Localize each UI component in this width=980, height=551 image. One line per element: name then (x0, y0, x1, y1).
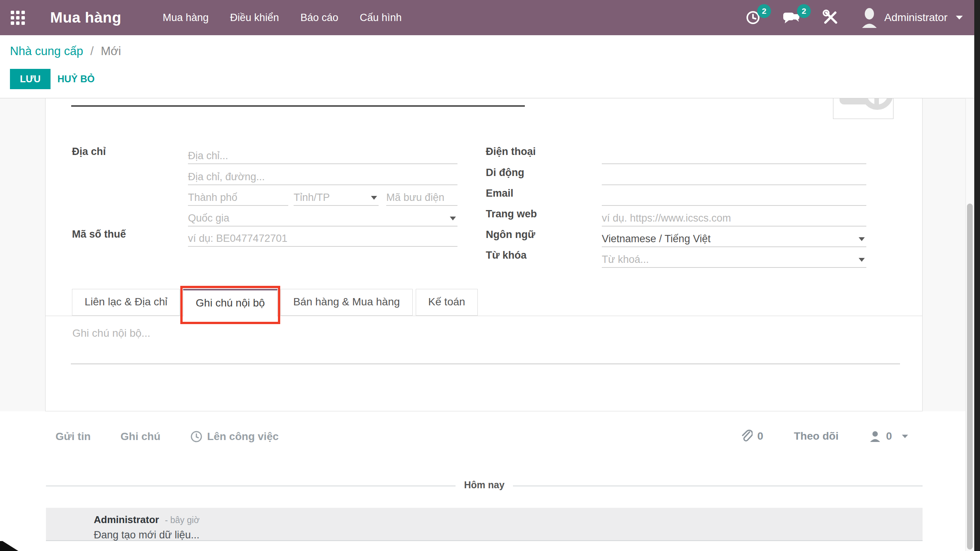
follow-button[interactable]: Theo dõi (794, 430, 839, 442)
partner-name-input[interactable] (71, 105, 525, 107)
messages-button[interactable]: 2 (782, 10, 801, 26)
apps-grid-icon[interactable] (11, 11, 25, 25)
activities-button[interactable]: 2 (745, 10, 761, 26)
phone-input[interactable] (602, 148, 866, 164)
attachments-button[interactable]: 0 (740, 430, 763, 443)
email-label: Email (486, 187, 513, 199)
debug-tools-button[interactable] (822, 10, 839, 26)
breadcrumb-current: Mới (101, 44, 121, 58)
top-navbar: Mua hàng Mua hàng Điều khiển Báo cáo Cấu… (0, 0, 974, 35)
followers-count: 0 (886, 430, 892, 442)
user-menu[interactable]: Administrator (861, 7, 963, 28)
activities-badge: 2 (757, 4, 771, 18)
control-panel: Nhà cung cấp / Mới LƯU HUỶ BỎ (0, 35, 974, 98)
language-select[interactable]: Vietnamese / Tiếng Việt (602, 231, 866, 247)
chatter-right-controls: 0 Theo dõi 0 (740, 430, 908, 443)
dropdown-caret-icon (450, 217, 456, 220)
odoo-purchase-screen: Mua hàng Mua hàng Điều khiển Báo cáo Cấu… (0, 0, 980, 551)
state-select[interactable]: Tỉnh/TP (294, 190, 379, 206)
tab-contacts-addresses[interactable]: Liên lạc & Địa chỉ (72, 289, 180, 316)
schedule-activity-button[interactable]: Lên công việc (190, 430, 279, 443)
mobile-label: Di động (486, 167, 524, 179)
menu-bao-cao[interactable]: Báo cáo (301, 12, 338, 24)
clock-icon (190, 430, 203, 443)
user-name: Administrator (884, 11, 947, 24)
menu-mua-hang[interactable]: Mua hàng (163, 12, 209, 24)
menu-cau-hinh[interactable]: Cấu hình (360, 12, 402, 24)
chevron-down-icon (902, 435, 908, 438)
discard-button[interactable]: HUỶ BỎ (54, 69, 98, 89)
phone-label: Điện thoại (486, 146, 536, 158)
breadcrumb-separator: / (90, 44, 94, 58)
tags-input[interactable]: Từ khoá... (602, 252, 866, 268)
website-input[interactable]: ví dụ. https://www.icscs.com (602, 210, 866, 227)
menu-dieu-khien[interactable]: Điều khiển (230, 12, 279, 24)
zip-input[interactable]: Mã bưu điện (386, 190, 457, 206)
street-input[interactable]: Địa chỉ... (188, 148, 457, 164)
notebook-tabs: Liên lạc & Địa chỉ Ghi chú nội bộ Bán hà… (72, 289, 481, 316)
vat-label: Mã số thuế (72, 228, 126, 240)
scrollbar-thumb[interactable] (967, 204, 973, 549)
top-menu: Mua hàng Điều khiển Báo cáo Cấu hình (163, 12, 402, 24)
screen-edge-strip (974, 0, 980, 551)
topbar-right: 2 2 Administrator (745, 7, 963, 28)
dropdown-caret-icon (371, 196, 377, 200)
vat-input[interactable]: ví dụ: BE0477472701 (188, 231, 457, 247)
tab-sales-purchases[interactable]: Bán hàng & Mua hàng (281, 289, 413, 316)
followers-button[interactable]: 0 (869, 430, 908, 442)
chevron-down-icon (956, 16, 963, 20)
website-label: Trang web (486, 208, 537, 220)
send-message-button[interactable]: Gửi tin (56, 430, 91, 443)
street2-input[interactable]: Địa chỉ, đường... (188, 169, 457, 185)
breadcrumb-suppliers-link[interactable]: Nhà cung cấp (10, 44, 83, 58)
country-select[interactable]: Quốc gia (188, 210, 457, 227)
email-input[interactable] (602, 190, 866, 206)
thread-message: Administrator - bây giờ Đang tạo mới dữ … (46, 508, 923, 541)
app-title: Mua hàng (50, 9, 121, 26)
form-sheet: Địa chỉ Địa chỉ... Địa chỉ, đường... Thà… (45, 98, 923, 411)
partner-image-upload[interactable] (833, 98, 893, 119)
avatar (861, 7, 878, 28)
paperclip-icon (740, 430, 753, 443)
tab-accounting[interactable]: Kế toán (416, 289, 478, 316)
chatter-toolbar: Gửi tin Ghi chú Lên công việc (56, 430, 279, 443)
dropdown-caret-icon (859, 258, 865, 262)
message-timestamp: - bây giờ (165, 515, 200, 525)
wrench-screwdriver-icon (822, 10, 839, 26)
address-label: Địa chỉ (72, 146, 106, 158)
city-input[interactable]: Thành phố (188, 190, 288, 206)
message-author: Administrator (94, 514, 159, 525)
tags-label: Từ khóa (486, 249, 527, 261)
tab-internal-notes[interactable]: Ghi chú nội bộ (183, 289, 278, 316)
date-divider: Hôm nay (46, 479, 923, 491)
mobile-input[interactable] (602, 169, 866, 185)
breadcrumb: Nhà cung cấp / Mới (10, 44, 121, 58)
internal-notes-input[interactable]: Ghi chú nội bộ... (71, 324, 900, 364)
follower-person-icon (869, 430, 881, 442)
messages-badge: 2 (797, 4, 811, 18)
dropdown-caret-icon (859, 237, 865, 241)
save-button[interactable]: LƯU (10, 69, 51, 89)
attachments-count: 0 (757, 430, 763, 442)
log-note-button[interactable]: Ghi chú (121, 430, 160, 443)
message-body: Đang tạo mới dữ liệu... (94, 529, 199, 541)
chatter: Gửi tin Ghi chú Lên công việc 0 Theo dõi (0, 411, 965, 551)
language-label: Ngôn ngữ (486, 229, 535, 241)
